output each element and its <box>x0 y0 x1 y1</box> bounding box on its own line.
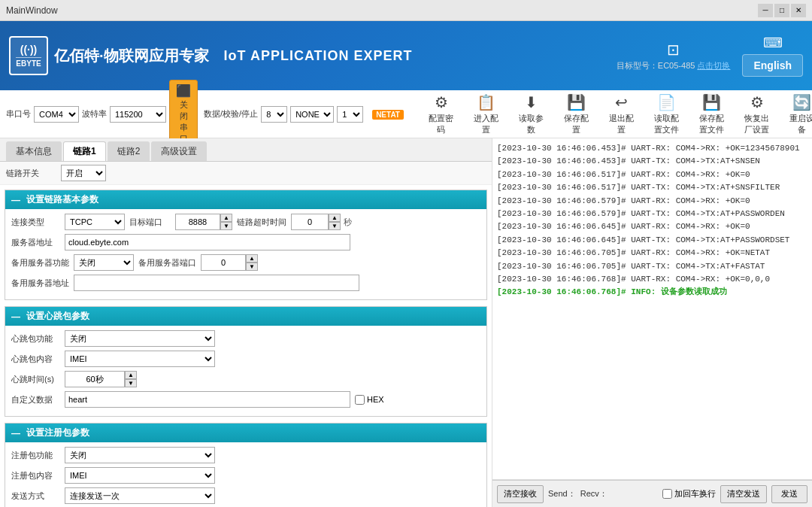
hb-hex-checkbox[interactable] <box>355 395 365 405</box>
tab-bar: 基本信息 链路1 链路2 高级设置 <box>0 138 492 162</box>
clear-recv-button[interactable]: 清空接收 <box>497 485 544 503</box>
restart-button[interactable]: 🔄 重启设备 <box>783 90 812 138</box>
save-config-file-button[interactable]: 💾 保存配置文件 <box>692 90 732 138</box>
hb-content-select[interactable]: IMEI <box>65 351 215 367</box>
hb-time-down-btn[interactable]: ▼ <box>125 379 137 387</box>
channel-switch-label: 链路开关 <box>6 168 55 179</box>
send-label: Send： <box>548 488 576 499</box>
log-line: [2023-10-30 16:46:06.453]# UART-TX: COM4… <box>497 156 807 167</box>
enter-config-button[interactable]: 📋 进入配置 <box>467 90 506 138</box>
data-bits-select[interactable]: 8 <box>261 106 287 123</box>
read-config-file-button[interactable]: 📄 读取配置文件 <box>647 90 686 138</box>
config-password-button[interactable]: ⚙ 配置密码 <box>422 90 461 138</box>
stop-bits-select[interactable]: 1 <box>337 106 363 123</box>
reg-send-method-label: 发送方式 <box>11 490 60 502</box>
backup-port-input[interactable] <box>201 254 246 271</box>
add-newline-checkbox[interactable] <box>662 489 672 499</box>
reg-func-select[interactable]: 关闭 <box>65 447 215 463</box>
hb-custom-input[interactable] <box>65 391 350 408</box>
save-config-button[interactable]: 💾 保存配置 <box>557 90 596 138</box>
parity-select[interactable]: NONE <box>290 106 334 123</box>
tab-advanced[interactable]: 高级设置 <box>151 141 207 161</box>
hb-time-label: 心跳时间(s) <box>11 374 60 385</box>
header-subtitle: IoT APPLICATION EXPERT <box>224 48 413 64</box>
log-line: [2023-10-30 16:46:06.705]# UART-TX: COM4… <box>497 261 807 272</box>
hb-time-input[interactable] <box>65 371 125 387</box>
hb-func-label: 心跳包功能 <box>11 333 60 345</box>
timeout-down-btn[interactable]: ▼ <box>329 222 341 230</box>
log-line: [2023-10-30 16:46:06.705]# UART-RX: COM4… <box>497 247 807 259</box>
language-button[interactable]: English <box>742 54 803 77</box>
backup-port-up-btn[interactable]: ▲ <box>246 254 258 263</box>
link-timeout-label: 链路超时时间 <box>237 217 286 228</box>
check-label: 数据/校验/停止 <box>204 108 258 120</box>
right-panel: [2023-10-30 16:46:06.453]# UART-RX: COM4… <box>492 138 812 507</box>
section-register: 设置注册包参数 注册包功能 关闭 注册包内容 IMEI <box>5 423 487 507</box>
hb-time-up-btn[interactable]: ▲ <box>125 371 137 379</box>
log-line: [2023-10-30 16:46:06.768]# INFO: 设备参数读取成… <box>497 287 807 298</box>
send-button[interactable]: 发送 <box>771 485 807 503</box>
baud-group: 波特率 115200 <box>82 106 166 123</box>
target-port-label: 目标端口 <box>129 217 171 228</box>
target-port-spinbox: ▲ ▼ <box>175 214 232 230</box>
section-basic-header: 设置链路基本参数 <box>5 190 486 209</box>
clear-send-button[interactable]: 清空发送 <box>720 485 767 503</box>
section-heartbeat-header: 设置心跳包参数 <box>5 307 486 326</box>
hb-func-select[interactable]: 关闭 <box>65 330 215 347</box>
basic-row1: 连接类型 TCPC 目标端口 ▲ ▼ 链路超时时间 <box>11 214 480 230</box>
reg-content-select[interactable]: IMEI <box>65 467 215 484</box>
switch-model-link[interactable]: 点击切换 <box>697 61 730 70</box>
hb-hex-label: HEX <box>367 395 384 404</box>
server-addr-input[interactable] <box>65 234 350 250</box>
port-label: 串口号 <box>6 108 31 120</box>
form-area: 设置链路基本参数 连接类型 TCPC 目标端口 ▲ <box>0 185 492 507</box>
reg-send-method-select[interactable]: 连接发送一次 <box>65 487 215 504</box>
log-line: [2023-10-30 16:46:06.768]# UART-RX: COM4… <box>497 274 807 285</box>
backup-addr-input[interactable] <box>74 275 359 291</box>
window-controls: ─ □ ✕ <box>758 4 806 17</box>
basic-row4: 备用服务器地址 <box>11 275 480 291</box>
timeout-unit: 秒 <box>344 217 352 228</box>
exit-config-button[interactable]: ↩ 退出配置 <box>602 90 641 138</box>
enter-icon: 📋 <box>477 93 495 111</box>
tab-channel2[interactable]: 链路2 <box>108 141 150 161</box>
register-row3: 发送方式 连接发送一次 <box>11 487 480 504</box>
log-line: [2023-10-30 16:46:06.579]# UART-RX: COM4… <box>497 196 807 207</box>
restart-icon: 🔄 <box>792 93 811 111</box>
reg-func-label: 注册包功能 <box>11 450 60 461</box>
heartbeat-row2: 心跳包内容 IMEI <box>11 351 480 367</box>
backup-port-down-btn[interactable]: ▼ <box>246 263 258 271</box>
connect-type-select[interactable]: TCPC <box>65 214 125 230</box>
header: ((·)) EBYTE 亿佰特·物联网应用专家 IoT APPLICATION … <box>0 21 812 90</box>
target-port-input[interactable] <box>175 214 220 230</box>
port-select[interactable]: COM4 <box>34 106 79 123</box>
hb-time-spinbox: ▲ ▼ <box>65 371 137 387</box>
section-heartbeat-body: 心跳包功能 关闭 心跳包内容 IMEI 心跳时间(s) <box>5 326 486 416</box>
left-panel: 基本信息 链路1 链路2 高级设置 链路开关 开启 设置链路基本参数 <box>0 138 492 507</box>
reg-content-label: 注册包内容 <box>11 470 60 481</box>
download-icon: ⬇ <box>525 93 538 111</box>
section-register-header: 设置注册包参数 <box>5 424 486 442</box>
backup-server-select[interactable]: 关闭 <box>74 254 134 271</box>
maximize-button[interactable]: □ <box>774 4 789 17</box>
channel-switch-select[interactable]: 开启 <box>61 165 106 181</box>
baud-select[interactable]: 115200 <box>110 106 166 123</box>
port-down-btn[interactable]: ▼ <box>220 222 232 230</box>
hb-hex-group: HEX <box>355 395 384 405</box>
heartbeat-row1: 心跳包功能 关闭 <box>11 330 480 347</box>
close-button[interactable]: ✕ <box>791 4 806 17</box>
link-timeout-input[interactable] <box>291 214 329 230</box>
logo-area: ((·)) EBYTE 亿佰特·物联网应用专家 <box>9 36 209 75</box>
minimize-button[interactable]: ─ <box>758 4 773 17</box>
tab-channel1[interactable]: 链路1 <box>63 141 106 161</box>
recv-label: Recv： <box>580 488 607 499</box>
window-title: MainWindow <box>6 5 758 16</box>
timeout-up-btn[interactable]: ▲ <box>329 214 341 222</box>
file-save-icon: 💾 <box>702 93 721 111</box>
tab-basic-info[interactable]: 基本信息 <box>6 141 62 161</box>
heartbeat-row3: 心跳时间(s) ▲ ▼ <box>11 371 480 387</box>
read-params-button[interactable]: ⬇ 读取参数 <box>512 90 551 138</box>
lock-icon: ⚙ <box>435 93 448 111</box>
restore-factory-button[interactable]: ⚙ 恢复出厂设置 <box>738 90 777 138</box>
port-up-btn[interactable]: ▲ <box>220 214 232 222</box>
